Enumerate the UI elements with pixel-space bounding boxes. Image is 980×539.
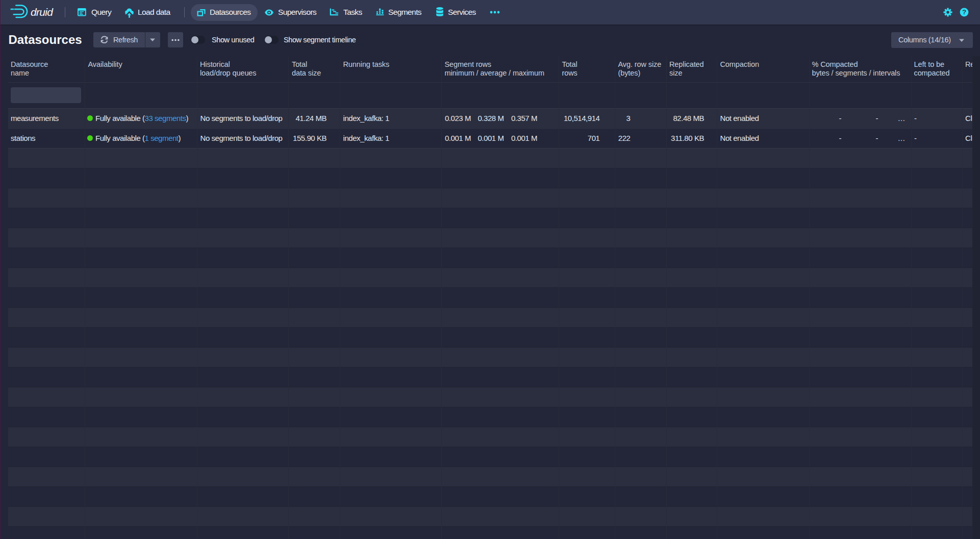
svg-text:?: ? <box>962 8 966 16</box>
